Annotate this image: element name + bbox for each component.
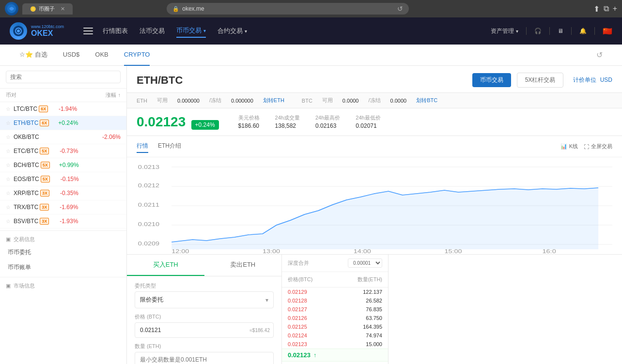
spot-trading-btn[interactable]: 币币交易 bbox=[472, 73, 511, 87]
order-book-header: 价格(BTC) 数量(ETH) bbox=[282, 272, 388, 288]
ask-qty-3: 76.835 bbox=[366, 306, 382, 312]
star-bch-icon[interactable]: ☆ bbox=[6, 162, 11, 168]
list-item[interactable]: ☆ XRP/BTC 3X -0.35% bbox=[0, 186, 126, 200]
nav-asset-management[interactable]: 资产管理 ▾ bbox=[491, 27, 518, 35]
subnav-crypto[interactable]: CRYPTO bbox=[124, 45, 150, 66]
ask-row[interactable]: 0.02123 15.000 bbox=[282, 340, 388, 349]
star-okb-icon[interactable]: ☆ bbox=[6, 134, 11, 140]
tab-close[interactable]: ✕ bbox=[61, 6, 65, 12]
list-item[interactable]: ☆ BCH/BTC 5X +0.99% bbox=[0, 158, 126, 172]
subnav-okb[interactable]: OKB bbox=[95, 45, 108, 66]
margin-trading-btn[interactable]: 5X杠杆交易 bbox=[517, 73, 564, 88]
ask-row[interactable]: 0.02127 76.835 bbox=[282, 305, 388, 314]
svg-text:15:00: 15:00 bbox=[444, 249, 462, 254]
trading-info-label: 交易信息 bbox=[14, 236, 35, 243]
high-label: 24h最高价 bbox=[315, 114, 340, 121]
subnav-favorites[interactable]: ☆ ⭐ 自选 bbox=[19, 45, 47, 66]
star-eth-icon[interactable]: ☆ bbox=[6, 120, 11, 126]
k-chart-btn[interactable]: 📊 K线 bbox=[560, 143, 578, 150]
nav-item-futures[interactable]: 合约交易 ▾ bbox=[218, 25, 247, 37]
list-item[interactable]: ☆ LTC/BTC 6X -1.94% bbox=[0, 102, 126, 116]
price-up-arrow: ↑ bbox=[313, 352, 316, 359]
depth-select-wrapper: 0.00001 0.0001 bbox=[348, 258, 382, 268]
low-value: 0.02071 bbox=[356, 122, 380, 129]
url-text: okex.me bbox=[182, 5, 204, 12]
depth-select[interactable]: 0.00001 0.0001 bbox=[348, 258, 382, 268]
trading-area: ETH/BTC 币币交易 5X杠杆交易 计价单位 USD ETH 可用 0.00… bbox=[127, 66, 622, 364]
nav-monitor-btn[interactable]: 🖥 bbox=[558, 28, 563, 34]
buy-tab[interactable]: 买入ETH bbox=[127, 255, 204, 276]
bid-row[interactable]: 0.02122 59.903 bbox=[282, 362, 388, 364]
low-label: 24h最低价 bbox=[356, 114, 380, 121]
subnav-usd[interactable]: USD$ bbox=[63, 45, 80, 66]
search-input[interactable] bbox=[6, 71, 121, 83]
browser-tab[interactable]: 🪙 币圈子 ✕ bbox=[22, 3, 73, 15]
badge-bch: 5X bbox=[41, 162, 50, 168]
order-type-select[interactable]: 限价委托 ▾ bbox=[135, 291, 274, 308]
asset-avail-label: 可用 bbox=[157, 97, 168, 104]
sidebar-spot-bills[interactable]: 币币账单 bbox=[0, 260, 126, 275]
nav-headphone-btn[interactable]: 🎧 bbox=[534, 28, 542, 34]
url-bar[interactable]: 🔒 okex.me ↺ bbox=[167, 3, 409, 15]
ask-qty-2: 26.582 bbox=[366, 298, 382, 303]
fullscreen-btn[interactable]: ⛶ 全屏交易 bbox=[584, 143, 612, 150]
transfer-btc-link[interactable]: 划转BTC bbox=[416, 97, 437, 104]
badge-bsv: 3X bbox=[40, 218, 49, 225]
sell-tab[interactable]: 卖出ETH bbox=[204, 255, 282, 276]
price-change-badge: +0.24% bbox=[191, 120, 219, 130]
ask-row[interactable]: 0.02129 122.137 bbox=[282, 288, 388, 296]
nav-item-fiat[interactable]: 法币交易 bbox=[140, 25, 165, 37]
star-eos-icon[interactable]: ☆ bbox=[6, 176, 11, 182]
sidebar-spot-orders[interactable]: 币币委托 bbox=[0, 245, 126, 260]
ask-row[interactable]: 0.02128 26.582 bbox=[282, 296, 388, 305]
list-item[interactable]: ☆ OKB/BTC -2.06% bbox=[0, 130, 126, 144]
ob-current-price: 0.02123 bbox=[288, 351, 311, 359]
transfer-eth-link[interactable]: 划转ETH bbox=[263, 97, 284, 104]
pair-name-trx: TRX/BTC bbox=[14, 204, 38, 211]
order-type-label: 委托类型 bbox=[135, 282, 274, 289]
window-icon[interactable]: ⧉ bbox=[604, 4, 609, 14]
chart-tab-intro[interactable]: ETH介绍 bbox=[158, 140, 181, 153]
subnav-refresh[interactable]: ↺ bbox=[596, 50, 603, 60]
refresh-icon[interactable]: ↺ bbox=[397, 5, 403, 13]
pair-name-eth: ETH/BTC bbox=[14, 120, 38, 126]
list-item[interactable]: ☆ BSV/BTC 3X -1.93% bbox=[0, 214, 126, 228]
list-item[interactable]: ☆ ETH/BTC 6X +0.24% bbox=[0, 116, 126, 130]
list-item[interactable]: ☆ TRX/BTC 3X -1.69% bbox=[0, 200, 126, 214]
fullscreen-icon: ⛶ bbox=[584, 144, 589, 150]
pair-name-ltc: LTC/BTC bbox=[14, 106, 37, 112]
price-and-book-section: 0.02123 +0.24% 美元价格 $186.60 24h成交量 138,5… bbox=[127, 108, 622, 364]
nav-item-chart[interactable]: 行情图表 bbox=[103, 25, 128, 37]
star-ltc-icon[interactable]: ☆ bbox=[6, 106, 11, 112]
hamburger-menu[interactable] bbox=[83, 28, 93, 34]
headphone-icon: 🎧 bbox=[534, 28, 542, 34]
pair-name-etc: ETC/BTC bbox=[14, 148, 38, 154]
nav-flag-btn[interactable]: 🇨🇳 bbox=[603, 27, 612, 36]
star-xrp-icon[interactable]: ☆ bbox=[6, 190, 11, 197]
pricing-unit-value: USD bbox=[600, 76, 612, 83]
order-form-container: 买入ETH 卖出ETH 委托类型 限价委托 ▾ bbox=[127, 254, 622, 364]
list-item[interactable]: ☆ EOS/BTC 5X -0.15% bbox=[0, 172, 126, 186]
main-nav: www.120btc.com OKEX 行情图表 法币交易 币币交易 ▾ 合约交… bbox=[0, 17, 622, 45]
nav-bell-btn[interactable]: 🔔 bbox=[579, 28, 587, 34]
sidebar-table-header: 币对 涨幅 ↑ bbox=[0, 89, 126, 102]
order-book: 深度合并 0.00001 0.0001 价格(BTC) 数量(ETH) bbox=[282, 255, 389, 364]
nav-logo[interactable]: www.120btc.com OKEX bbox=[10, 22, 64, 40]
k-chart-icon: 📊 bbox=[560, 143, 567, 150]
star-etc-icon[interactable]: ☆ bbox=[6, 148, 11, 154]
share-icon[interactable]: ⬆ bbox=[593, 4, 600, 14]
add-tab-icon[interactable]: + bbox=[613, 4, 617, 14]
star-icon: ☆ bbox=[19, 51, 25, 58]
ask-row[interactable]: 0.02124 74.974 bbox=[282, 331, 388, 340]
qty-input[interactable] bbox=[135, 352, 274, 364]
asset-frozen-label: /冻结 bbox=[209, 97, 221, 104]
ask-row[interactable]: 0.02126 63.750 bbox=[282, 314, 388, 322]
ask-row[interactable]: 0.02125 164.395 bbox=[282, 322, 388, 331]
change-okb: -2.06% bbox=[92, 134, 121, 140]
star-trx-icon[interactable]: ☆ bbox=[6, 204, 11, 211]
change-eos: -0.15% bbox=[50, 176, 79, 182]
chart-tab-market[interactable]: 行情 bbox=[137, 140, 148, 153]
list-item[interactable]: ☆ ETC/BTC 5X -0.73% bbox=[0, 144, 126, 158]
star-bsv-icon[interactable]: ☆ bbox=[6, 218, 11, 225]
nav-item-crypto[interactable]: 币币交易 ▾ bbox=[176, 24, 206, 38]
